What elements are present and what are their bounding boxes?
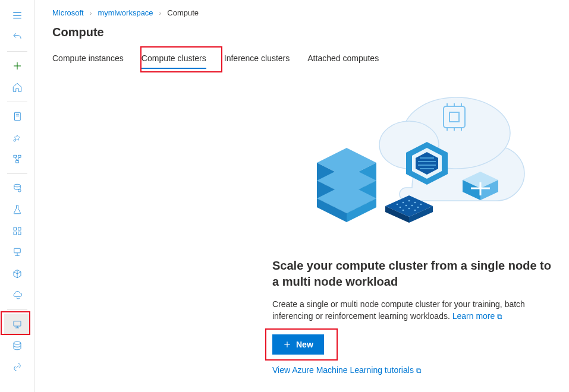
tab-attached-computes[interactable]: Attached computes — [307, 50, 379, 69]
breadcrumb-link-workspace[interactable]: mymlworkspace — [98, 8, 153, 17]
svg-rect-17 — [18, 227, 21, 230]
create-new[interactable] — [4, 55, 30, 77]
breadcrumb-link-microsoft[interactable]: Microsoft — [52, 8, 84, 17]
menu-toggle[interactable] — [4, 5, 30, 26]
svg-line-12 — [15, 157, 17, 160]
divider — [7, 51, 27, 52]
svg-line-27 — [15, 366, 18, 369]
svg-point-66 — [403, 210, 404, 211]
experiments-nav[interactable] — [4, 199, 30, 220]
chevron-right-icon: › — [159, 10, 162, 17]
breadcrumb-current: Compute — [167, 8, 199, 17]
svg-rect-20 — [14, 248, 20, 253]
svg-point-62 — [400, 207, 401, 208]
tutorials-link[interactable]: View Azure Machine Learning tutorials ⧉ — [272, 365, 555, 375]
empty-state-heading: Scale your compute cluster from a single… — [272, 258, 555, 290]
svg-rect-10 — [18, 155, 21, 157]
undo-icon — [12, 31, 23, 42]
automl-nav[interactable] — [4, 127, 30, 148]
breadcrumb: Microsoft › mymlworkspace › Compute — [52, 8, 555, 17]
linked-services-nav[interactable] — [4, 356, 30, 378]
pipeline-icon — [12, 154, 23, 165]
external-link-icon: ⧉ — [416, 366, 422, 375]
data-icon — [12, 183, 23, 194]
svg-point-59 — [408, 200, 410, 202]
tab-compute-clusters[interactable]: Compute clusters — [142, 50, 206, 69]
environments-nav[interactable] — [4, 263, 30, 284]
flask-icon — [12, 204, 23, 215]
svg-point-68 — [414, 210, 416, 211]
home-nav[interactable] — [4, 77, 30, 98]
cloud-nav[interactable] — [4, 284, 30, 306]
divider — [7, 309, 27, 310]
plus-icon — [12, 61, 23, 71]
svg-point-64 — [411, 205, 413, 207]
empty-state-description: Create a single or multi node compute cl… — [272, 298, 555, 323]
svg-point-26 — [14, 342, 21, 344]
svg-point-57 — [397, 204, 398, 206]
svg-point-58 — [403, 202, 404, 204]
undo-button[interactable] — [4, 26, 30, 48]
link-icon — [12, 362, 23, 372]
chevron-right-icon: › — [90, 10, 92, 17]
endpoints-nav[interactable] — [4, 242, 30, 263]
svg-point-60 — [414, 202, 416, 204]
external-link-icon: ⧉ — [497, 312, 502, 321]
svg-point-65 — [417, 207, 419, 208]
notebooks-nav[interactable] — [4, 106, 30, 127]
endpoint-icon — [12, 247, 23, 258]
svg-rect-11 — [15, 160, 18, 163]
compute-nav[interactable] — [4, 314, 30, 335]
svg-point-61 — [420, 204, 422, 206]
svg-rect-19 — [18, 232, 21, 235]
svg-rect-18 — [14, 232, 17, 235]
data-nav[interactable] — [4, 178, 30, 199]
divider — [7, 173, 27, 174]
empty-state: Scale your compute cluster from a single… — [272, 86, 555, 375]
svg-point-67 — [408, 208, 410, 210]
models-nav[interactable] — [4, 220, 30, 242]
new-button-label: New — [296, 340, 313, 349]
cloud-illustration — [272, 86, 528, 246]
svg-rect-9 — [14, 155, 17, 157]
tab-inference-clusters[interactable]: Inference clusters — [224, 50, 290, 69]
compute-icon — [12, 319, 23, 330]
page-title: Compute — [52, 26, 555, 39]
svg-rect-16 — [14, 227, 17, 230]
svg-point-8 — [14, 140, 15, 141]
home-icon — [12, 82, 23, 93]
divider — [7, 102, 27, 102]
automl-icon — [12, 132, 23, 143]
menu-icon — [12, 10, 23, 21]
learn-more-link[interactable]: Learn more ⧉ — [452, 311, 502, 321]
svg-point-15 — [18, 189, 21, 192]
svg-point-63 — [405, 205, 407, 207]
new-button[interactable]: New — [272, 334, 324, 355]
grid-icon — [12, 226, 23, 236]
sidebar — [0, 0, 34, 392]
svg-rect-5 — [14, 112, 20, 121]
tab-compute-instances[interactable]: Compute instances — [52, 50, 124, 69]
plus-icon — [283, 340, 291, 349]
svg-line-13 — [17, 157, 20, 160]
database-icon — [12, 340, 23, 351]
main-content: Microsoft › mymlworkspace › Compute Comp… — [34, 0, 569, 392]
datastores-nav[interactable] — [4, 335, 30, 356]
tabs: Compute instances Compute clusters Infer… — [52, 50, 555, 69]
cube-icon — [12, 268, 23, 279]
pipelines-nav[interactable] — [4, 148, 30, 170]
svg-rect-23 — [14, 321, 21, 326]
cloud-icon — [12, 290, 23, 301]
notebook-icon — [12, 111, 23, 122]
svg-point-14 — [14, 184, 20, 187]
